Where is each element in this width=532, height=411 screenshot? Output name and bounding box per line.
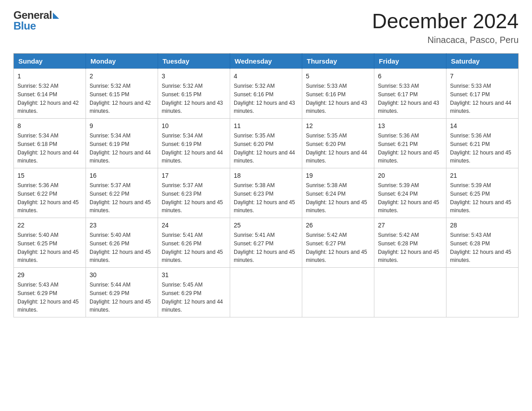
table-row: 6 Sunrise: 5:33 AMSunset: 6:17 PMDayligh… — [374, 69, 446, 119]
day-number: 30 — [90, 270, 154, 280]
day-info: Sunrise: 5:39 AMSunset: 6:25 PMDaylight:… — [450, 182, 511, 214]
logo-blue-text: Blue — [13, 20, 36, 32]
table-row: 11 Sunrise: 5:35 AMSunset: 6:20 PMDaylig… — [230, 119, 302, 168]
table-row: 26 Sunrise: 5:42 AMSunset: 6:27 PMDaylig… — [302, 218, 374, 268]
day-number: 4 — [234, 72, 298, 81]
day-info: Sunrise: 5:34 AMSunset: 6:19 PMDaylight:… — [90, 133, 151, 164]
calendar-week-row: 1 Sunrise: 5:32 AMSunset: 6:14 PMDayligh… — [14, 69, 519, 119]
day-number: 1 — [17, 72, 82, 81]
day-number: 17 — [162, 171, 226, 180]
header-thursday: Thursday — [302, 54, 374, 69]
day-info: Sunrise: 5:32 AMSunset: 6:16 PMDaylight:… — [234, 83, 295, 114]
table-row: 2 Sunrise: 5:32 AMSunset: 6:15 PMDayligh… — [86, 69, 158, 119]
day-info: Sunrise: 5:40 AMSunset: 6:25 PMDaylight:… — [17, 232, 79, 263]
day-number: 24 — [162, 221, 226, 230]
table-row — [446, 268, 519, 317]
day-info: Sunrise: 5:35 AMSunset: 6:20 PMDaylight:… — [234, 133, 295, 164]
header-monday: Monday — [86, 54, 158, 69]
day-number: 10 — [162, 121, 226, 131]
table-row: 15 Sunrise: 5:36 AMSunset: 6:22 PMDaylig… — [14, 168, 86, 218]
table-row: 3 Sunrise: 5:32 AMSunset: 6:15 PMDayligh… — [158, 69, 230, 119]
day-number: 26 — [306, 221, 370, 230]
header-tuesday: Tuesday — [158, 54, 230, 69]
logo: General Blue — [13, 9, 59, 32]
day-info: Sunrise: 5:43 AMSunset: 6:29 PMDaylight:… — [17, 282, 79, 313]
day-number: 14 — [450, 121, 515, 131]
day-info: Sunrise: 5:42 AMSunset: 6:27 PMDaylight:… — [306, 232, 367, 263]
day-number: 27 — [378, 221, 442, 230]
day-info: Sunrise: 5:33 AMSunset: 6:16 PMDaylight:… — [306, 83, 367, 114]
header-saturday: Saturday — [446, 54, 519, 69]
table-row: 29 Sunrise: 5:43 AMSunset: 6:29 PMDaylig… — [14, 268, 86, 317]
day-info: Sunrise: 5:45 AMSunset: 6:29 PMDaylight:… — [162, 282, 223, 313]
page-header: General Blue December 2024 Ninacaca, Pas… — [13, 9, 519, 45]
calendar-title: December 2024 — [372, 9, 519, 33]
table-row: 23 Sunrise: 5:40 AMSunset: 6:26 PMDaylig… — [86, 218, 158, 268]
table-row: 22 Sunrise: 5:40 AMSunset: 6:25 PMDaylig… — [14, 218, 86, 268]
table-row: 14 Sunrise: 5:36 AMSunset: 6:21 PMDaylig… — [446, 119, 519, 168]
header-friday: Friday — [374, 54, 446, 69]
calendar-week-row: 29 Sunrise: 5:43 AMSunset: 6:29 PMDaylig… — [14, 268, 519, 317]
table-row: 5 Sunrise: 5:33 AMSunset: 6:16 PMDayligh… — [302, 69, 374, 119]
calendar-location: Ninacaca, Pasco, Peru — [372, 35, 519, 45]
title-section: December 2024 Ninacaca, Pasco, Peru — [372, 9, 519, 45]
table-row: 4 Sunrise: 5:32 AMSunset: 6:16 PMDayligh… — [230, 69, 302, 119]
day-number: 19 — [306, 171, 370, 180]
calendar-week-row: 15 Sunrise: 5:36 AMSunset: 6:22 PMDaylig… — [14, 168, 519, 218]
day-info: Sunrise: 5:38 AMSunset: 6:24 PMDaylight:… — [306, 182, 367, 214]
day-number: 21 — [450, 171, 515, 180]
day-number: 20 — [378, 171, 442, 180]
day-number: 12 — [306, 121, 370, 131]
day-info: Sunrise: 5:43 AMSunset: 6:28 PMDaylight:… — [450, 232, 511, 263]
day-info: Sunrise: 5:40 AMSunset: 6:26 PMDaylight:… — [90, 232, 151, 263]
day-info: Sunrise: 5:32 AMSunset: 6:14 PMDaylight:… — [17, 83, 79, 114]
table-row: 9 Sunrise: 5:34 AMSunset: 6:19 PMDayligh… — [86, 119, 158, 168]
table-row: 7 Sunrise: 5:33 AMSunset: 6:17 PMDayligh… — [446, 69, 519, 119]
day-info: Sunrise: 5:36 AMSunset: 6:21 PMDaylight:… — [450, 133, 511, 164]
header-wednesday: Wednesday — [230, 54, 302, 69]
table-row: 24 Sunrise: 5:41 AMSunset: 6:26 PMDaylig… — [158, 218, 230, 268]
calendar-week-row: 8 Sunrise: 5:34 AMSunset: 6:18 PMDayligh… — [14, 119, 519, 168]
day-number: 3 — [162, 72, 226, 81]
day-info: Sunrise: 5:38 AMSunset: 6:23 PMDaylight:… — [234, 182, 295, 214]
day-number: 16 — [90, 171, 154, 180]
day-number: 8 — [17, 121, 82, 131]
day-number: 29 — [17, 270, 82, 280]
day-info: Sunrise: 5:32 AMSunset: 6:15 PMDaylight:… — [90, 83, 151, 114]
table-row — [230, 268, 302, 317]
table-row: 10 Sunrise: 5:34 AMSunset: 6:19 PMDaylig… — [158, 119, 230, 168]
day-number: 31 — [162, 270, 226, 280]
day-info: Sunrise: 5:34 AMSunset: 6:18 PMDaylight:… — [17, 133, 79, 164]
table-row: 20 Sunrise: 5:39 AMSunset: 6:24 PMDaylig… — [374, 168, 446, 218]
calendar-week-row: 22 Sunrise: 5:40 AMSunset: 6:25 PMDaylig… — [14, 218, 519, 268]
table-row: 25 Sunrise: 5:41 AMSunset: 6:27 PMDaylig… — [230, 218, 302, 268]
day-info: Sunrise: 5:34 AMSunset: 6:19 PMDaylight:… — [162, 133, 223, 164]
table-row: 28 Sunrise: 5:43 AMSunset: 6:28 PMDaylig… — [446, 218, 519, 268]
day-number: 5 — [306, 72, 370, 81]
table-row: 8 Sunrise: 5:34 AMSunset: 6:18 PMDayligh… — [14, 119, 86, 168]
day-number: 6 — [378, 72, 442, 81]
day-info: Sunrise: 5:36 AMSunset: 6:21 PMDaylight:… — [378, 133, 439, 164]
table-row — [374, 268, 446, 317]
day-info: Sunrise: 5:37 AMSunset: 6:22 PMDaylight:… — [90, 182, 151, 214]
day-info: Sunrise: 5:33 AMSunset: 6:17 PMDaylight:… — [450, 83, 511, 114]
day-number: 13 — [378, 121, 442, 131]
table-row: 27 Sunrise: 5:42 AMSunset: 6:28 PMDaylig… — [374, 218, 446, 268]
day-number: 7 — [450, 72, 515, 81]
day-number: 18 — [234, 171, 298, 180]
day-info: Sunrise: 5:36 AMSunset: 6:22 PMDaylight:… — [17, 182, 79, 214]
table-row: 1 Sunrise: 5:32 AMSunset: 6:14 PMDayligh… — [14, 69, 86, 119]
day-info: Sunrise: 5:33 AMSunset: 6:17 PMDaylight:… — [378, 83, 439, 114]
day-number: 23 — [90, 221, 154, 230]
day-info: Sunrise: 5:41 AMSunset: 6:27 PMDaylight:… — [234, 232, 295, 263]
day-info: Sunrise: 5:42 AMSunset: 6:28 PMDaylight:… — [378, 232, 439, 263]
day-info: Sunrise: 5:44 AMSunset: 6:29 PMDaylight:… — [90, 282, 151, 313]
calendar-header-row: Sunday Monday Tuesday Wednesday Thursday… — [14, 54, 519, 69]
table-row: 21 Sunrise: 5:39 AMSunset: 6:25 PMDaylig… — [446, 168, 519, 218]
calendar-table: Sunday Monday Tuesday Wednesday Thursday… — [13, 53, 519, 317]
header-sunday: Sunday — [14, 54, 86, 69]
table-row: 13 Sunrise: 5:36 AMSunset: 6:21 PMDaylig… — [374, 119, 446, 168]
table-row: 17 Sunrise: 5:37 AMSunset: 6:23 PMDaylig… — [158, 168, 230, 218]
day-number: 22 — [17, 221, 82, 230]
table-row: 19 Sunrise: 5:38 AMSunset: 6:24 PMDaylig… — [302, 168, 374, 218]
